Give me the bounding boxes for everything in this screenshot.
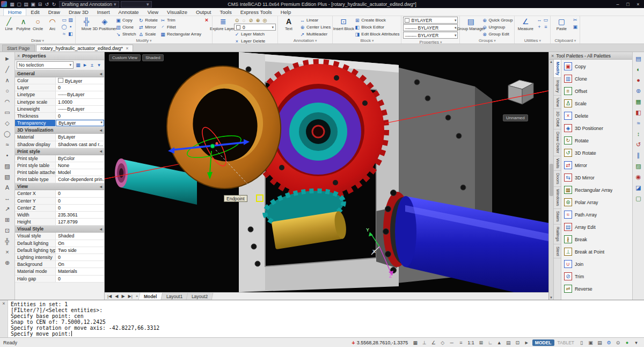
tool-palette-item[interactable]: ⊥ Break at Point bbox=[561, 245, 632, 258]
annotation-button[interactable]: ↔ Linear bbox=[299, 17, 331, 24]
group-manager-button[interactable]: ▤ Group Manager bbox=[462, 17, 480, 32]
ribbon-tab[interactable]: Insert bbox=[93, 9, 114, 16]
property-row[interactable]: Print table attached to Model bbox=[15, 169, 104, 176]
ribbon-modify-small[interactable]: ▥ Clone bbox=[115, 24, 136, 31]
open-icon[interactable]: ▤ bbox=[23, 1, 30, 8]
property-row[interactable]: Shadow display Shadows cast and r... bbox=[15, 141, 104, 148]
tool-palette-item[interactable]: ▥ Clone bbox=[561, 73, 632, 85]
property-row[interactable]: Halo gap 0 bbox=[15, 276, 104, 283]
gizmo-center[interactable] bbox=[210, 144, 215, 148]
ucs-icon[interactable]: ∟ bbox=[486, 339, 495, 346]
otrack-icon[interactable]: ◇ bbox=[438, 339, 447, 346]
tool-palette-item[interactable]: ≡ Offset bbox=[561, 85, 632, 97]
coordinate-readout[interactable]: 3.5568,28.7610,-1.3375 bbox=[357, 340, 408, 345]
tool-palette-item[interactable]: ∪ Join bbox=[561, 258, 632, 270]
property-row[interactable]: Center X 0 bbox=[15, 190, 104, 197]
polar-icon[interactable]: ∠ bbox=[429, 339, 438, 346]
select-objects-icon[interactable]: ► bbox=[82, 62, 89, 69]
view-cube-label[interactable]: Unnamed bbox=[503, 114, 528, 121]
ribbon-draw-tool[interactable]: ╱ Line bbox=[2, 17, 16, 32]
property-row[interactable]: Center Y 0 bbox=[15, 198, 104, 205]
app-menu-icon[interactable]: ▦ bbox=[9, 1, 16, 8]
tool-palette-item[interactable]: ↺ 3D Rotate bbox=[561, 147, 632, 159]
tool-palette-item[interactable]: ◈ 3D Positioner bbox=[561, 122, 632, 134]
groups-button[interactable]: ⊕ Quick Group bbox=[481, 17, 513, 24]
minimize-icon[interactable]: – bbox=[613, 1, 623, 8]
palette-tab[interactable]: Modify bbox=[554, 60, 561, 78]
palette-tab[interactable]: Railings bbox=[554, 225, 561, 244]
rectangle-icon[interactable]: ▭ bbox=[61, 17, 67, 23]
new-icon[interactable]: ▢ bbox=[16, 1, 23, 8]
scrollbar-thumb[interactable] bbox=[550, 164, 553, 196]
section-header[interactable]: Visual Style bbox=[15, 226, 104, 233]
group-caption-clipboard[interactable]: Clipboard bbox=[552, 38, 578, 44]
property-row[interactable]: Print style ByColor bbox=[15, 155, 104, 162]
ribbon-tab[interactable]: Draw bbox=[44, 9, 64, 16]
tool-palette-item[interactable]: ≈ Path Array bbox=[561, 208, 632, 221]
annotation-scale-button[interactable]: 1:1 bbox=[466, 340, 476, 345]
property-row[interactable]: Lighting intensity 0 bbox=[15, 254, 104, 261]
ribbon-tab[interactable]: Help bbox=[276, 9, 296, 16]
bylayer-combo[interactable]: BYLAYER ▾ bbox=[403, 17, 458, 24]
polyline-icon[interactable]: ∧ bbox=[3, 75, 12, 85]
section-header[interactable]: General bbox=[15, 70, 104, 77]
annotation-scale-icon[interactable]: ▲ bbox=[495, 339, 504, 346]
ribbon-draw-tool[interactable]: ◠ Arc bbox=[45, 17, 60, 32]
palette-tab[interactable]: Steel bbox=[554, 244, 561, 259]
print-icon[interactable]: ⊟ bbox=[36, 1, 43, 8]
redo-icon[interactable]: ↻ bbox=[50, 1, 57, 8]
ribbon-modify-small[interactable]: ▣ Copy bbox=[115, 17, 136, 24]
spline-icon[interactable]: ≈ bbox=[61, 31, 67, 37]
cut-icon[interactable]: ✂ bbox=[572, 17, 578, 23]
tab-start-page[interactable]: Start Page bbox=[2, 45, 35, 52]
tablet-button[interactable]: TABLET bbox=[555, 339, 577, 346]
selection-cycling-icon[interactable]: ► bbox=[522, 339, 531, 346]
ellipse-icon[interactable]: ◯ bbox=[3, 128, 12, 139]
palette-tab[interactable]: Inquiry bbox=[554, 78, 561, 95]
close-icon[interactable]: × bbox=[551, 53, 554, 59]
tool-palette-item[interactable]: Δ Scale bbox=[561, 97, 632, 110]
lineweight-icon[interactable]: ─ bbox=[447, 339, 456, 346]
region-icon[interactable]: ◧ bbox=[68, 31, 74, 37]
layer-on-icon[interactable]: ⊙ bbox=[234, 17, 240, 23]
ribbon-modify-small[interactable]: ↻ Rotate bbox=[138, 17, 158, 24]
group-caption-block[interactable]: Block bbox=[334, 38, 399, 44]
undo-icon[interactable]: ↺ bbox=[43, 1, 50, 8]
settings-gear-icon[interactable]: ⚙ bbox=[604, 339, 613, 346]
close-icon[interactable]: × bbox=[2, 301, 5, 306]
palette-tab[interactable]: Walls bbox=[554, 156, 561, 171]
property-row[interactable]: Linetype scale 1.0000 bbox=[15, 99, 104, 106]
tool-palette-item[interactable]: ▤ Array Edit bbox=[561, 221, 632, 233]
view-control-button[interactable]: Custom View bbox=[109, 54, 141, 61]
close-icon[interactable]: × bbox=[633, 1, 643, 8]
layer-action-button[interactable]: ✓ Layer Match bbox=[234, 31, 276, 38]
workspace-icon[interactable]: ▤ bbox=[504, 339, 513, 346]
current-layer-combo[interactable]: 0 ▾ bbox=[234, 24, 276, 31]
table-icon[interactable]: ⊞ bbox=[3, 214, 12, 225]
ribbon-draw-tool[interactable]: ○ Circle bbox=[31, 17, 45, 32]
section-header[interactable]: 3D Visualization bbox=[15, 127, 104, 134]
circle-icon[interactable]: ○ bbox=[3, 85, 12, 96]
palettes-toggle-icon[interactable]: ▤ bbox=[595, 339, 604, 346]
save-icon[interactable]: ▣ bbox=[30, 1, 36, 8]
distance-icon[interactable]: ↔ bbox=[536, 17, 542, 23]
maximize-icon[interactable]: □ bbox=[623, 1, 633, 8]
app-logo-icon[interactable] bbox=[1, 1, 7, 7]
ribbon-modify-small[interactable]: ◜ Fillet bbox=[160, 24, 201, 31]
palette-tab[interactable]: View bbox=[554, 96, 561, 110]
named-views-icon[interactable]: ▤ bbox=[634, 53, 643, 64]
ribbon-modify-small[interactable]: ▦ Rectangular Array bbox=[160, 31, 201, 38]
motion-path-icon[interactable]: ≈ bbox=[634, 118, 643, 128]
palette-tab[interactable]: Stairs bbox=[554, 209, 561, 225]
layer-off-icon[interactable]: ◌ bbox=[241, 17, 247, 23]
tool-palette-item[interactable]: ⇄ Mirror bbox=[561, 159, 632, 171]
layer-action-button[interactable]: × Layer Delete bbox=[234, 38, 276, 44]
layout-nav-button[interactable]: ▶ bbox=[120, 294, 126, 299]
tool-palette-item[interactable]: ⇆ 3D Mirror bbox=[561, 171, 632, 184]
property-row[interactable]: Thickness 0 bbox=[15, 113, 104, 120]
secondary-combo[interactable]: ▾ bbox=[121, 1, 152, 8]
point-icon[interactable]: • bbox=[68, 24, 74, 30]
panel-menu-icon[interactable]: ▾ bbox=[96, 62, 103, 69]
display-icon[interactable]: ⊙ bbox=[613, 339, 623, 346]
groups-button[interactable]: ⊖ Ungroup bbox=[481, 24, 513, 31]
